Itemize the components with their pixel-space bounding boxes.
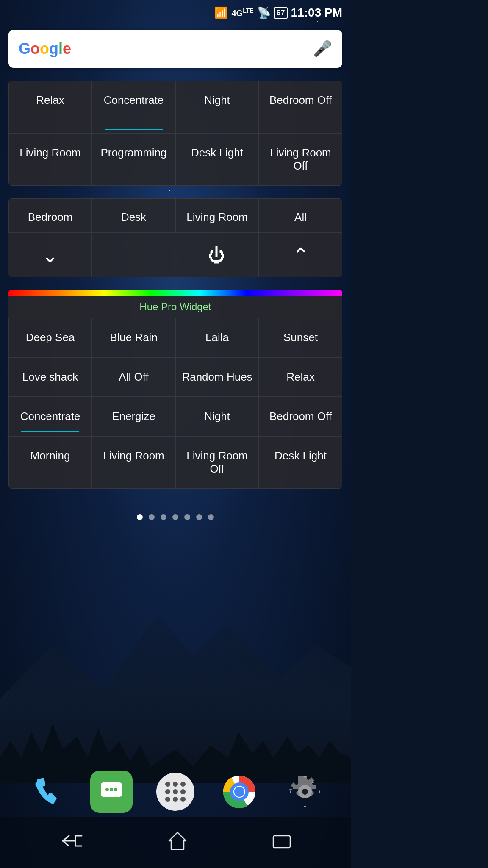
page-dot-4[interactable] (172, 514, 178, 520)
chrome-app-icon[interactable] (218, 771, 261, 813)
svg-point-4 (114, 788, 117, 791)
hue-widget-title: Hue Pro Widget (8, 296, 342, 318)
scene-btn-living-room[interactable]: Living Room (8, 133, 92, 186)
hue-btn-bedroom-off[interactable]: Bedroom Off (259, 397, 342, 436)
google-logo: Google (19, 40, 71, 58)
hue-rainbow-bar (8, 290, 342, 296)
settings-app-icon[interactable] (284, 771, 326, 813)
hue-btn-energize[interactable]: Energize (92, 397, 175, 436)
power-button[interactable]: ⏻ (175, 233, 259, 277)
scene-btn-relax[interactable]: Relax (8, 81, 92, 133)
hue-btn-random-hues[interactable]: Random Hues (175, 357, 259, 397)
svg-point-12 (302, 789, 308, 795)
phone-app-icon[interactable] (25, 771, 67, 813)
hue-btn-night[interactable]: Night (175, 397, 259, 436)
empty-1 (92, 233, 175, 277)
page-dot-3[interactable] (161, 514, 166, 520)
svg-point-3 (110, 788, 113, 791)
svg-rect-13 (273, 836, 290, 848)
page-dot-6[interactable] (196, 514, 202, 520)
light-control-grid: Bedroom Desk Living Room All ⌄ ⏻ ⌃ (8, 198, 342, 277)
page-indicators (0, 506, 351, 529)
home-button[interactable] (167, 830, 188, 855)
scene-btn-desk-light[interactable]: Desk Light (175, 133, 259, 186)
hue-btn-living-room[interactable]: Living Room (92, 436, 175, 489)
room-btn-desk[interactable]: Desk (92, 198, 175, 233)
svg-point-9 (234, 787, 244, 797)
hue-buttons-grid: Deep Sea Blue Rain Laila Sunset Love sha… (8, 318, 342, 489)
scene-btn-concentrate[interactable]: Concentrate (92, 81, 175, 133)
scene-widget: Relax Concentrate Night Bedroom Off Livi… (8, 81, 342, 186)
hue-btn-concentrate[interactable]: Concentrate (8, 397, 92, 436)
brightness-up-button[interactable]: ⌃ (259, 233, 342, 277)
mic-icon[interactable]: 🎤 (313, 40, 332, 58)
scene-btn-bedroom-off[interactable]: Bedroom Off (259, 81, 342, 133)
svg-point-0 (30, 776, 62, 808)
hue-btn-desk-light[interactable]: Desk Light (259, 436, 342, 489)
room-btn-all[interactable]: All (259, 198, 342, 233)
scene-buttons-grid: Relax Concentrate Night Bedroom Off Livi… (8, 81, 342, 186)
room-btn-bedroom[interactable]: Bedroom (8, 198, 92, 233)
hue-btn-living-room-off[interactable]: Living Room Off (175, 436, 259, 489)
navigation-bar (0, 817, 351, 868)
hue-pro-widget: Hue Pro Widget Deep Sea Blue Rain Laila … (8, 290, 342, 489)
messages-app-icon[interactable] (90, 771, 133, 813)
scene-btn-night[interactable]: Night (175, 81, 259, 133)
page-dot-2[interactable] (149, 514, 155, 520)
page-dot-7[interactable] (208, 514, 214, 520)
page-dot-5[interactable] (184, 514, 190, 520)
hue-btn-love-shack[interactable]: Love shack (8, 357, 92, 397)
hue-btn-laila[interactable]: Laila (175, 318, 259, 357)
back-button[interactable] (58, 832, 84, 853)
clock: 11:03 PM (291, 6, 342, 19)
hue-btn-relax[interactable]: Relax (259, 357, 342, 397)
hue-btn-sunset[interactable]: Sunset (259, 318, 342, 357)
hue-btn-morning[interactable]: Morning (8, 436, 92, 489)
status-bar: 📶 4GLTE 📡 67 11:03 PM (0, 0, 351, 25)
scene-btn-programming[interactable]: Programming (92, 133, 175, 186)
light-control-widget: Bedroom Desk Living Room All ⌄ ⏻ ⌃ (8, 198, 342, 277)
light-action-row: ⌄ ⏻ ⌃ (8, 233, 342, 277)
google-search-bar[interactable]: Google 🎤 (8, 30, 342, 68)
app-dock (0, 771, 351, 813)
hue-btn-all-off[interactable]: All Off (92, 357, 175, 397)
room-btn-living-room[interactable]: Living Room (175, 198, 259, 233)
scene-btn-living-room-off[interactable]: Living Room Off (259, 133, 342, 186)
status-icons: 📶 4GLTE 📡 67 11:03 PM (214, 6, 342, 19)
svg-point-2 (105, 788, 109, 791)
brightness-down-button[interactable]: ⌄ (8, 233, 92, 277)
battery-icon: 67 (274, 7, 288, 19)
wifi-icon: 📶 (214, 6, 228, 19)
recents-button[interactable] (271, 832, 292, 853)
main-content: Google 🎤 Relax Concentrate Night Bedroom… (0, 25, 351, 506)
page-dot-1[interactable] (137, 514, 143, 520)
app-drawer-icon[interactable] (156, 773, 194, 811)
hue-btn-deep-sea[interactable]: Deep Sea (8, 318, 92, 357)
signal-icon: 📡 (257, 6, 271, 19)
cellular-icon: 4GLTE (231, 7, 253, 18)
hue-btn-blue-rain[interactable]: Blue Rain (92, 318, 175, 357)
